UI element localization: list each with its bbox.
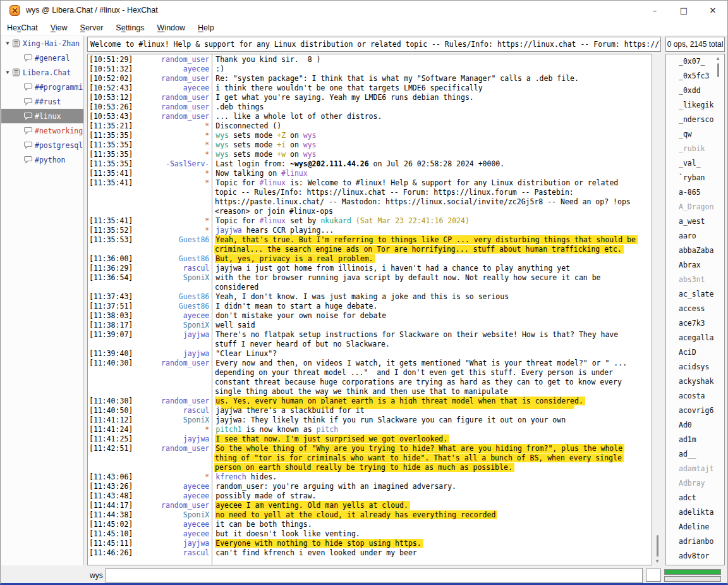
timestamp: [11:43:48]	[88, 491, 133, 501]
tree-channel-networking[interactable]: #networking	[1, 123, 83, 138]
tree-channel-python[interactable]: #python	[1, 152, 83, 167]
nickname	[132, 197, 209, 207]
message-text: Disconnected ()	[209, 121, 281, 131]
chat-line: [11:43:26]ayeceerandom_user: you're argu…	[88, 482, 652, 491]
nickname: *	[133, 169, 209, 178]
chat-line: [11:46:26]rasculcan't find kfrench i eve…	[88, 548, 652, 558]
timestamp: [11:38:03]	[88, 311, 133, 321]
message-text: Yeah, that's true. But I'm referring to …	[209, 235, 638, 245]
minimize-button[interactable]: –	[640, 1, 669, 20]
chat-line: [10:51:32]ayecee:)	[88, 65, 652, 74]
menu-view[interactable]: View	[44, 22, 74, 34]
chat-line: [11:36:54]SponiXwith the tor browser run…	[88, 273, 652, 283]
nickname: *	[133, 472, 209, 482]
channel-icon	[24, 112, 33, 120]
message-text: don't mistake your own noise for debate	[209, 311, 386, 321]
tree-channel-postgresql[interactable]: #postgresql	[1, 138, 83, 152]
chat-line: single thing about the way we think and …	[88, 387, 652, 397]
collapse-arrow-icon[interactable]: ▼	[3, 70, 12, 75]
menu-server[interactable]: Server	[74, 22, 110, 34]
timestamp: [11:36:00]	[88, 254, 133, 264]
scroll-up-icon[interactable]: ▲	[713, 56, 722, 61]
timestamp: [11:37:43]	[88, 292, 133, 302]
timestamp	[88, 453, 132, 463]
timestamp: [11:35:35]	[88, 150, 133, 159]
chat-line: [11:45:11]jayjwaEveryone with nothing to…	[88, 539, 652, 548]
tree-server-libera.chat[interactable]: ▼Libera.Chat	[1, 65, 83, 80]
nickname: *	[133, 121, 209, 131]
lag-meter	[664, 569, 721, 575]
input-row: wys	[1, 567, 728, 584]
chat-line: criminal... the search engine ads on Tor…	[88, 245, 652, 254]
userlist-scroll-thumb[interactable]	[717, 63, 719, 77]
timestamp: [10:53:43]	[88, 112, 133, 121]
timestamp: [11:42:51]	[88, 444, 133, 453]
message-text: thing of "tor is for criminals who want …	[209, 453, 624, 463]
channel-icon	[24, 156, 33, 164]
message-input[interactable]	[106, 568, 643, 583]
nickname: random_user	[133, 74, 209, 83]
message-text: I didn't mean to start a huge debate.	[209, 302, 377, 311]
collapse-arrow-icon[interactable]: ▼	[3, 40, 12, 46]
message-text: Now talking on #linux	[209, 169, 307, 178]
nickname: ayecee	[133, 491, 209, 501]
tree-channel-programming[interactable]: ##programming	[1, 80, 83, 94]
menu-hexchat[interactable]: HexChat	[1, 22, 44, 34]
nickname: ayecee	[133, 520, 209, 529]
menu-window[interactable]: Window	[151, 22, 191, 34]
tree-channel-general[interactable]: #general	[1, 51, 83, 65]
topic-input[interactable]: Welcome to #linux! Help & support for an…	[87, 37, 661, 52]
main-area: ▼Xing-Hai-Zhan#general▼Libera.Chat##prog…	[1, 35, 727, 583]
channel-icon	[24, 97, 33, 106]
chat-line: [11:41:12]SponiXjayjwa: They likely thin…	[88, 416, 652, 425]
message-text: person on earth should really be trying …	[209, 463, 514, 472]
chat-line: [10:53:26]random_user.deb things	[88, 102, 652, 112]
chat-line: thing of "tor is for criminals who want …	[88, 453, 652, 463]
menubar: HexChatViewServerSettingsWindowHelp	[1, 20, 727, 35]
chat-line: [10:53:12]random_userI get what you're s…	[88, 93, 652, 102]
message-text: stuff I never heard of but no Slackware.	[209, 340, 390, 349]
chat-line: [11:43:06]*kfrench hides.	[88, 472, 652, 482]
timestamp: [11:45:10]	[88, 529, 133, 539]
tree-channel-linux[interactable]: #linux	[1, 109, 83, 123]
message-text: I see that now. I'm just surprised we go…	[209, 434, 449, 444]
message-text: jayjwa there's a slackbuild for it	[209, 406, 364, 416]
nickname: Guest86	[133, 292, 209, 302]
timestamp: [11:44:38]	[88, 510, 133, 520]
chat-line: <reason> or join #linux-ops	[88, 207, 652, 216]
chat-line: [11:35:35]*wys sets mode +Z on wys	[88, 131, 652, 140]
timestamp	[88, 378, 132, 387]
scroll-down-icon[interactable]: ▼	[653, 558, 662, 564]
tree-channel-rust[interactable]: ##rust	[1, 94, 83, 109]
close-button[interactable]: ✕	[698, 1, 727, 20]
chat-line: [11:37:51]Guest86I didn't mean to start …	[88, 302, 652, 311]
nickname	[132, 453, 209, 463]
nickname: ayecee	[133, 529, 209, 539]
message-text: well said	[209, 321, 255, 330]
chat-line: [11:35:35]*wys sets mode +i on wys	[88, 140, 652, 150]
nickname: jayjwa	[133, 434, 209, 444]
menu-help[interactable]: Help	[191, 22, 221, 34]
nickname: SponiX	[133, 273, 209, 283]
chat-line: stuff I never heard of but no Slackware.	[88, 340, 652, 349]
chat-line: [11:40:30]random_userEvery now and then,…	[88, 359, 652, 368]
chat-line: [11:35:41]*Now talking on #linux	[88, 169, 652, 178]
chat-line: [11:41:25]jayjwaI see that now. I'm just…	[88, 434, 652, 444]
window-controls: – □ ✕	[640, 1, 727, 20]
nickname: jayjwa	[133, 349, 209, 359]
maximize-button[interactable]: □	[669, 1, 698, 20]
message-text: wys sets mode +Z on wys	[209, 131, 316, 140]
chat-line: [10:53:43]random_user... like a whole lo…	[88, 112, 652, 121]
menu-settings[interactable]: Settings	[109, 22, 150, 34]
chat-scrollbar[interactable]: ▼	[653, 54, 662, 565]
timestamp: [11:35:52]	[88, 226, 133, 235]
chat-scroll-thumb[interactable]	[657, 535, 658, 557]
nickname: jayjwa	[133, 539, 209, 548]
chat-line: [11:43:48]ayeceepossibly made of straw.	[88, 491, 652, 501]
timestamp: [11:35:21]	[88, 121, 133, 131]
nick-label: wys	[90, 569, 103, 582]
tree-server-xing-hai-zhan[interactable]: ▼Xing-Hai-Zhan	[1, 36, 83, 51]
userlist-scrollbar[interactable]: ▲	[713, 54, 722, 565]
timestamp: [11:38:17]	[88, 321, 133, 330]
chat-line: topic -- Rules/Info: https://linux.chat …	[88, 188, 652, 197]
